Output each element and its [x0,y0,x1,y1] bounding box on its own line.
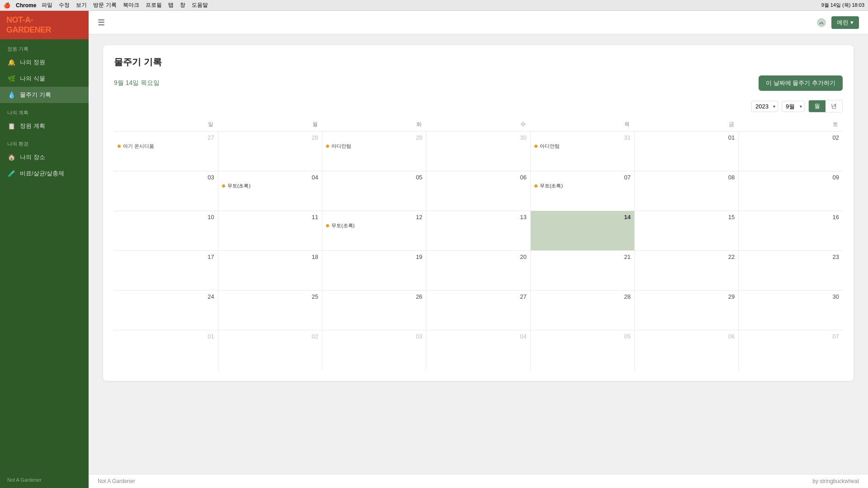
calendar-cell[interactable]: 06 [634,330,738,370]
calendar-cell[interactable]: 24 [114,291,218,330]
calendar-event[interactable]: 아디안텀 [326,143,422,150]
cell-date-number: 06 [638,333,735,340]
calendar-cell[interactable]: 31아디안텀 [530,131,634,171]
calendar-cell[interactable]: 18 [218,251,322,291]
calendar-cell[interactable]: 12무토(초록) [322,211,426,251]
section-label-my-plan: 나의 계획 [0,103,89,118]
calendar-row: 0304무토(초록)050607무토(초록)0809 [114,171,843,211]
calendar-cell[interactable]: 05 [322,171,426,211]
calendar-cell[interactable]: 02 [218,330,322,370]
plan-icon: 📋 [7,122,15,130]
view-year-button[interactable]: 년 [826,100,842,112]
cell-date-number: 27 [430,293,526,300]
cell-date-number: 28 [222,134,318,141]
calendar-header-row: 일월화수목금토 [114,118,843,131]
calendar-cell[interactable]: 26 [322,291,426,330]
calendar-cell[interactable]: 05 [530,330,634,370]
calendar-cell[interactable]: 25 [218,291,322,330]
chrome-menu[interactable]: Chrome [16,2,36,9]
calendar-cell[interactable]: 01 [634,131,738,171]
main-content: ☰ 예린 ▾ 물주기 기록 9월 14일 목요일 [89,11,868,488]
user-label: 예린 [837,19,849,27]
calendar-event[interactable]: 무토(초록) [222,183,318,189]
calendar-cell[interactable]: 04무토(초록) [218,171,322,211]
calendar-event[interactable]: 아디안텀 [534,143,631,150]
calendar-cell[interactable]: 03 [322,330,426,370]
calendar-event[interactable]: 무토(초록) [326,222,422,229]
day-header-화: 화 [322,118,426,131]
sidebar-logo: NOT-A-GARDENER [0,11,89,39]
calendar-cell[interactable]: 14 [530,211,634,251]
calendar-cell[interactable]: 03 [114,171,218,211]
calendar-cell[interactable]: 01 [114,330,218,370]
menu-file[interactable]: 파일 [42,1,52,9]
menu-profiles[interactable]: 프로필 [146,1,162,9]
calendar-cell[interactable]: 29아디안텀 [322,131,426,171]
menu-bookmarks[interactable]: 북마크 [123,1,139,9]
calendar-cell[interactable]: 27 [426,291,530,330]
menu-history[interactable]: 방문 기록 [93,1,116,9]
calendar-controls: 2023 9월 월 년 [114,100,843,113]
calendar-event[interactable]: 아기 온시디움 [118,143,214,150]
calendar-cell[interactable]: 02 [739,131,843,171]
calendar-cell[interactable]: 19 [322,251,426,291]
user-menu-button[interactable]: 예린 ▾ [831,16,859,29]
calendar-cell[interactable]: 29 [634,291,738,330]
cell-date-number: 25 [222,293,318,300]
sidebar-item-label-fertilizer: 비료/살균/살충제 [20,169,64,178]
calendar-cell[interactable]: 20 [426,251,530,291]
calendar-cell[interactable]: 07무토(초록) [530,171,634,211]
today-link[interactable]: 9월 14일 목요일 [114,79,160,87]
event-label: 아기 온시디움 [123,143,154,150]
calendar-row: 01020304050607 [114,330,843,370]
menu-edit[interactable]: 수정 [59,1,70,9]
sidebar-item-fertilizer[interactable]: 🧪 비료/살균/살충제 [0,165,89,182]
sidebar-item-my-plants[interactable]: 🌿 나의 식물 [0,70,89,87]
event-dot-icon [222,184,225,188]
apple-icon[interactable]: 🍎 [4,2,10,9]
calendar-cell[interactable]: 27아기 온시디움 [114,131,218,171]
calendar-cell[interactable]: 28 [218,131,322,171]
calendar-row: 101112무토(초록)13141516 [114,211,843,251]
sidebar-item-my-garden[interactable]: 🔔 나의 정원 [0,54,89,70]
event-dot-icon [326,224,329,227]
calendar-cell[interactable]: 21 [530,251,634,291]
calendar-cell[interactable]: 09 [739,171,843,211]
menu-tab[interactable]: 탭 [168,1,174,9]
calendar-cell[interactable]: 07 [739,330,843,370]
calendar-cell[interactable]: 16 [739,211,843,251]
sidebar-item-label-garden-plan: 정원 계획 [20,122,45,130]
cell-date-number: 14 [534,214,631,221]
hamburger-button[interactable]: ☰ [98,18,105,28]
cell-date-number: 23 [742,253,839,260]
calendar-cell[interactable]: 13 [426,211,530,251]
calendar-cell[interactable]: 28 [530,291,634,330]
event-label: 아디안텀 [540,143,560,150]
topbar-right: 예린 ▾ [815,16,859,29]
calendar-cell[interactable]: 06 [426,171,530,211]
year-select[interactable]: 2023 [751,101,778,112]
menu-view[interactable]: 보기 [76,1,87,9]
calendar-cell[interactable]: 08 [634,171,738,211]
sidebar-item-garden-plan[interactable]: 📋 정원 계획 [0,118,89,134]
day-header-금: 금 [634,118,738,131]
menu-window[interactable]: 창 [180,1,185,9]
calendar-cell[interactable]: 11 [218,211,322,251]
calendar-cell[interactable]: 15 [634,211,738,251]
month-select[interactable]: 9월 [782,101,805,112]
menu-help[interactable]: 도움말 [192,1,208,9]
calendar-cell[interactable]: 17 [114,251,218,291]
calendar-cell[interactable]: 30 [426,131,530,171]
calendar-cell[interactable]: 22 [634,251,738,291]
sidebar-item-my-place[interactable]: 🏠 나의 장소 [0,149,89,165]
cell-date-number: 11 [222,214,318,221]
sidebar-item-watering-log[interactable]: 💧 물주기 기록 [0,87,89,103]
calendar-event[interactable]: 무토(초록) [534,183,631,189]
calendar-cell[interactable]: 30 [739,291,843,330]
add-watering-button[interactable]: 이 날짜에 물주기 추가하기 [759,75,843,91]
footer-left: Not A Gardener [98,478,135,484]
view-month-button[interactable]: 월 [809,100,826,112]
calendar-cell[interactable]: 10 [114,211,218,251]
calendar-cell[interactable]: 23 [739,251,843,291]
calendar-cell[interactable]: 04 [426,330,530,370]
